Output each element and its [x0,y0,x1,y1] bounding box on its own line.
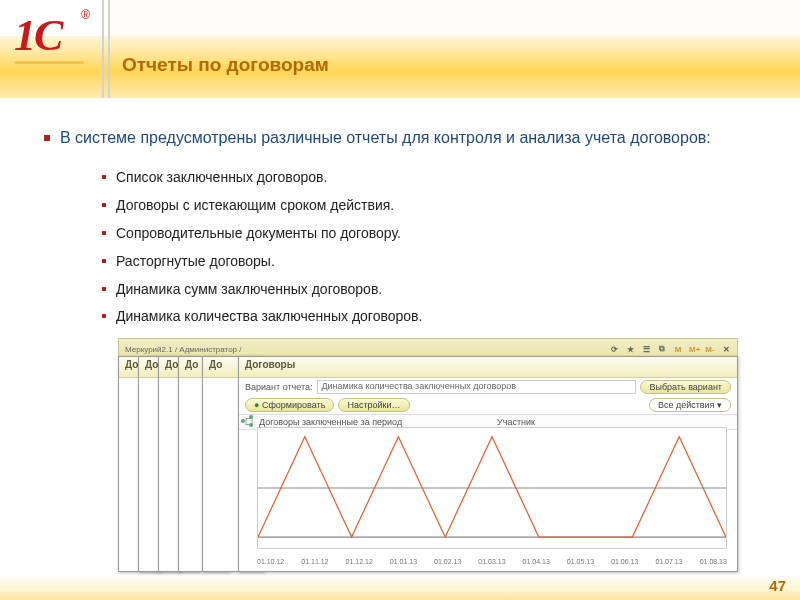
list-item: Договоры с истекающим сроком действия. [102,196,760,215]
bullet-square-icon [44,135,50,141]
logo-text: 1С [14,11,61,60]
list-item: Динамика сумм заключенных договоров. [102,280,760,299]
list-item: Сопроводительные документы по договору. [102,224,760,243]
app-chrome-bar: Меркурий2.1 / Администратор / ⟳ ★ ☰ ⧉ M … [118,338,738,358]
chrome-mminus-icon[interactable]: M- [705,345,715,354]
list-item: Динамика количества заключенных договоро… [102,307,760,326]
header-band [0,36,800,98]
chrome-refresh-icon[interactable]: ⟳ [609,345,619,354]
chrome-menu-icon[interactable]: ☰ [641,345,651,354]
x-axis-labels: 01.10.12 01.11.12 01.12.12 01.01.13 01.0… [257,558,727,565]
all-actions-button[interactable]: Все действия ▾ [649,398,731,412]
bullet-square-icon [102,259,106,263]
logo-reg-mark: ® [81,8,90,22]
front-window: Договоры Вариант отчета: Динамика количе… [238,356,738,572]
variant-select[interactable]: Динамика количества заключенных договоро… [317,380,637,394]
variant-row: Вариант отчета: Динамика количества закл… [239,378,737,396]
intro-text: В системе предусмотрены различные отчеты… [44,128,760,148]
front-window-title: Договоры [239,357,737,378]
slide-content: В системе предусмотрены различные отчеты… [48,128,760,335]
bullet-square-icon [102,314,106,318]
vertical-rule-1 [102,0,104,98]
footer-band [0,574,800,600]
share-icon[interactable] [241,415,253,427]
toolbar-row: Сформировать Настройки… Все действия ▾ [239,396,737,414]
column-header: Участник [497,417,731,427]
bullet-square-icon [102,231,106,235]
chrome-mplus-icon[interactable]: M+ [689,345,699,354]
vertical-rule-2 [108,0,110,98]
variant-label: Вариант отчета: [245,382,313,392]
app-title: Меркурий2.1 / Администратор / [125,345,242,354]
form-report-button[interactable]: Сформировать [245,398,334,412]
bullet-square-icon [102,287,106,291]
list-item: Расторгнутые договоры. [102,252,760,271]
slide-title: Отчеты по договорам [122,54,329,76]
list-item: Список заключенных договоров. [102,168,760,187]
line-chart [258,428,726,548]
screenshot-stack: Меркурий2.1 / Администратор / ⟳ ★ ☰ ⧉ M … [118,338,738,576]
chart-area [257,427,727,549]
chrome-m-icon[interactable]: M [673,345,683,354]
report-list: Список заключенных договоров. Договоры с… [102,168,760,326]
column-header: Договоры заключенные за период [259,417,493,427]
bullet-square-icon [102,175,106,179]
chrome-favorite-icon[interactable]: ★ [625,345,635,354]
logo-1c: 1С ® [14,10,84,60]
chrome-windows-icon[interactable]: ⧉ [657,344,667,354]
select-variant-button[interactable]: Выбрать вариант [640,380,731,394]
settings-button[interactable]: Настройки… [338,398,409,412]
bullet-square-icon [102,203,106,207]
upper-decor-strip [102,0,800,36]
page-number: 47 [769,577,786,594]
chrome-close-icon[interactable]: ✕ [721,345,731,354]
